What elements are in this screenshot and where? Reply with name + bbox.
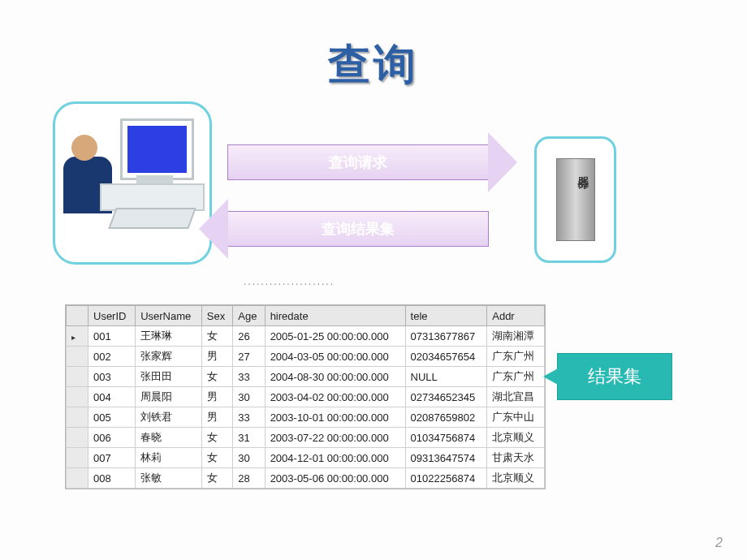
- monitor-screen: [127, 126, 187, 173]
- person-head-shape: [71, 135, 97, 161]
- cell-hiredate: 2005-01-25 00:00:00.000: [265, 326, 405, 347]
- cell-hiredate: 2003-05-06 00:00:00.000: [265, 468, 405, 489]
- cell-age: 28: [233, 468, 265, 489]
- cell-tele: NULL: [405, 367, 487, 387]
- row-selector: [67, 468, 89, 489]
- table-row: 004周晨阳男302003-04-02 00:00:00.00002734652…: [67, 387, 545, 407]
- cell-hiredate: 2003-07-22 00:00:00.000: [265, 428, 405, 448]
- cell-userid: 007: [89, 448, 136, 468]
- cell-addr: 湖北宜昌: [487, 387, 545, 407]
- col-tele: tele: [405, 306, 487, 326]
- cell-hiredate: 2004-08-30 00:00:00.000: [265, 367, 405, 387]
- cell-hiredate: 2003-04-02 00:00:00.000: [265, 387, 405, 407]
- cell-age: 33: [233, 407, 265, 428]
- col-hiredate: hiredate: [265, 306, 405, 326]
- cell-userid: 002: [89, 347, 136, 367]
- col-addr: Addr: [487, 306, 545, 326]
- cell-sex: 女: [201, 448, 233, 468]
- cell-tele: 01022256874: [405, 468, 487, 489]
- page-title: 查询: [0, 37, 747, 93]
- cell-hiredate: 2004-12-01 00:00:00.000: [265, 448, 405, 468]
- row-selector: [67, 367, 89, 387]
- cell-addr: 甘肃天水: [487, 448, 545, 468]
- cell-age: 31: [233, 428, 265, 448]
- cell-sex: 女: [201, 326, 233, 347]
- server-icon: 服务器: [556, 158, 595, 241]
- row-selector: [67, 347, 89, 367]
- monitor-icon: [120, 118, 194, 180]
- cell-sex: 女: [201, 367, 233, 387]
- cell-userid: 003: [89, 367, 136, 387]
- row-selector: [67, 428, 89, 448]
- cell-userid: 005: [89, 407, 136, 428]
- row-selector: [67, 407, 89, 428]
- cell-sex: 女: [201, 468, 233, 489]
- cell-username: 林莉: [136, 448, 202, 468]
- table-row: 003张田田女332004-08-30 00:00:00.000NULL广东广州: [67, 367, 545, 387]
- request-arrow: 查询请求: [227, 144, 489, 180]
- col-sex: Sex: [201, 306, 233, 326]
- cell-addr: 北京顺义: [487, 468, 545, 489]
- placeholder-dots: .....................: [244, 276, 335, 287]
- cell-addr: 广东广州: [487, 367, 545, 387]
- cell-tele: 09313647574: [405, 448, 487, 468]
- cell-addr: 湖南湘潭: [487, 326, 545, 347]
- cell-userid: 004: [89, 387, 136, 407]
- cell-hiredate: 2004-03-05 00:00:00.000: [265, 347, 405, 367]
- row-selector: [67, 387, 89, 407]
- cell-username: 周晨阳: [136, 387, 202, 407]
- server-illustration: 服务器: [534, 136, 616, 263]
- row-selector-header: [67, 306, 89, 326]
- table-header-row: UserID UserName Sex Age hiredate tele Ad…: [67, 306, 545, 326]
- cell-username: 刘铁君: [136, 407, 202, 428]
- cell-age: 33: [233, 367, 265, 387]
- cell-sex: 男: [201, 407, 233, 428]
- cell-addr: 广东中山: [487, 407, 545, 428]
- cell-age: 30: [233, 387, 265, 407]
- cell-userid: 001: [89, 326, 136, 347]
- cell-userid: 008: [89, 468, 136, 489]
- response-arrow: 查询结果集: [227, 211, 489, 247]
- cell-tele: 01034756874: [405, 428, 487, 448]
- client-illustration: [53, 101, 212, 265]
- cell-userid: 006: [89, 428, 136, 448]
- cell-hiredate: 2003-10-01 00:00:00.000: [265, 407, 405, 428]
- response-arrow-label: 查询结果集: [322, 219, 395, 239]
- table-row: 001王琳琳女262005-01-25 00:00:00.00007313677…: [67, 326, 545, 347]
- result-table: UserID UserName Sex Age hiredate tele Ad…: [65, 304, 546, 489]
- cell-tele: 07313677867: [405, 326, 487, 347]
- cell-username: 张敏: [136, 468, 202, 489]
- cell-age: 30: [233, 448, 265, 468]
- monitor-stand: [136, 175, 173, 183]
- table-row: 006春晓女312003-07-22 00:00:00.000010347568…: [67, 428, 545, 448]
- cell-sex: 男: [201, 387, 233, 407]
- table-row: 008张敏女282003-05-06 00:00:00.000010222568…: [67, 468, 545, 489]
- cell-username: 张家辉: [136, 347, 202, 367]
- cell-tele: 02087659802: [405, 407, 487, 428]
- table-row: 005刘铁君男332003-10-01 00:00:00.00002087659…: [67, 407, 545, 428]
- cell-age: 27: [233, 347, 265, 367]
- arrow-head-left-icon: [199, 199, 228, 259]
- table-row: 007林莉女302004-12-01 00:00:00.000093136475…: [67, 448, 545, 468]
- col-userid: UserID: [89, 306, 136, 326]
- cell-tele: 02034657654: [405, 347, 487, 367]
- computer-base: [100, 183, 205, 211]
- cell-sex: 男: [201, 347, 233, 367]
- result-set-callout: 结果集: [557, 353, 672, 400]
- cell-addr: 广东广州: [487, 347, 545, 367]
- cell-username: 张田田: [136, 367, 202, 387]
- col-age: Age: [233, 306, 265, 326]
- page-number: 2: [715, 536, 723, 550]
- cell-tele: 02734652345: [405, 387, 487, 407]
- cell-age: 26: [233, 326, 265, 347]
- row-selector: [67, 448, 89, 468]
- request-arrow-label: 查询请求: [329, 153, 387, 172]
- cell-sex: 女: [201, 428, 233, 448]
- arrow-head-right-icon: [488, 132, 517, 192]
- table-row: 002张家辉男272004-03-05 00:00:00.00002034657…: [67, 347, 545, 367]
- result-set-callout-label: 结果集: [588, 364, 641, 389]
- row-selector: [67, 326, 89, 347]
- keyboard-icon: [108, 208, 196, 229]
- col-username: UserName: [136, 306, 202, 326]
- cell-username: 春晓: [136, 428, 202, 448]
